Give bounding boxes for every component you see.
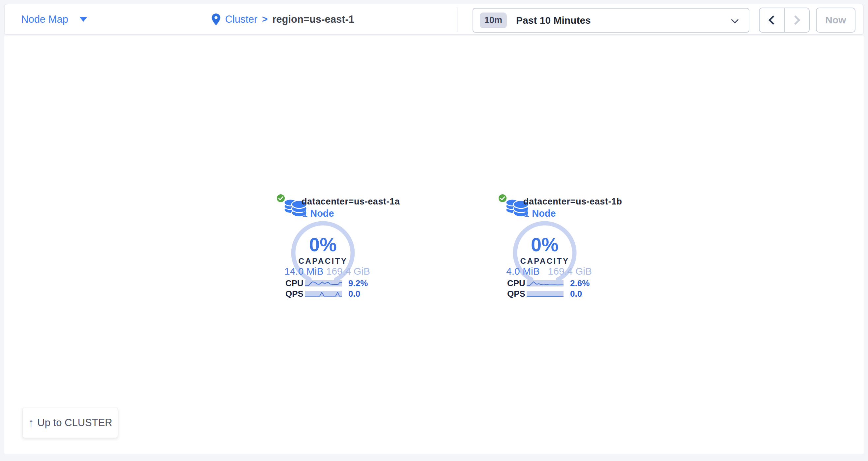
capacity-total: 169.4 GiB [326, 266, 370, 277]
view-selector-label: Node Map [21, 13, 68, 25]
locality-card-us-east-1a[interactable]: datacenter=us-east-1a 1 Node 0% CAPACITY… [276, 194, 390, 305]
cpu-label: CPU [507, 278, 527, 289]
chevron-right-icon [791, 15, 800, 25]
view-selector-dropdown[interactable]: Node Map [21, 4, 87, 34]
capacity-label: CAPACITY [291, 257, 355, 266]
qps-metric-row: QPS 0.0 [285, 290, 360, 297]
chevron-down-icon [731, 16, 739, 24]
qps-sparkline [527, 291, 563, 297]
locality-title: datacenter=us-east-1b [523, 197, 622, 207]
capacity-label: CAPACITY [513, 257, 577, 266]
capacity-percent: 0% [513, 233, 577, 256]
breadcrumb-current: region=us-east-1 [272, 13, 354, 25]
breadcrumb: Cluster > region=us-east-1 [212, 4, 354, 34]
chevron-left-icon [769, 15, 778, 25]
cpu-sparkline [305, 280, 342, 287]
locality-card-us-east-1b[interactable]: datacenter=us-east-1b 1 Node 0% CAPACITY… [498, 194, 612, 305]
qps-sparkline [305, 291, 342, 297]
time-range-label: Past 10 Minutes [516, 15, 591, 26]
breadcrumb-cluster-link[interactable]: Cluster [225, 13, 257, 25]
capacity-used: 4.0 MiB [506, 266, 540, 277]
time-step-forward-button[interactable] [784, 7, 810, 33]
qps-value: 0.0 [570, 289, 582, 299]
cpu-value: 9.2% [348, 278, 368, 289]
caret-down-icon [80, 17, 87, 22]
node-map-canvas: datacenter=us-east-1a 1 Node 0% CAPACITY… [4, 36, 864, 454]
locality-node-count: 1 Node [524, 208, 556, 219]
capacity-total: 169.4 GiB [548, 266, 592, 277]
time-range-dropdown[interactable]: 10m Past 10 Minutes [472, 8, 749, 33]
cpu-sparkline [527, 280, 563, 287]
cpu-metric-row: CPU 9.2% [285, 279, 368, 287]
arrow-up-icon: ↑ [28, 417, 34, 429]
locality-title: datacenter=us-east-1a [302, 197, 400, 207]
capacity-usage-row: 4.0 MiB 169.4 GiB [506, 266, 592, 277]
up-to-cluster-button[interactable]: ↑ Up to CLUSTER [23, 408, 118, 438]
capacity-used: 14.0 MiB [284, 266, 323, 277]
time-step-group [759, 7, 810, 33]
cpu-metric-row: CPU 2.6% [507, 279, 590, 287]
header-divider [457, 7, 457, 32]
qps-metric-row: QPS 0.0 [507, 290, 582, 297]
cpu-value: 2.6% [570, 278, 590, 289]
up-to-cluster-label: Up to CLUSTER [37, 417, 112, 429]
capacity-percent: 0% [291, 233, 355, 256]
cpu-label: CPU [285, 278, 305, 289]
node-map-page: Node Map Cluster > region=us-east-1 10m … [0, 0, 868, 461]
qps-label: QPS [507, 289, 527, 299]
top-bar: Node Map Cluster > region=us-east-1 10m … [4, 4, 864, 35]
locality-node-count: 1 Node [302, 208, 334, 219]
capacity-usage-row: 14.0 MiB 169.4 GiB [284, 266, 370, 277]
location-pin-icon [212, 13, 220, 25]
time-step-back-button[interactable] [759, 7, 785, 33]
qps-value: 0.0 [348, 289, 360, 299]
now-button[interactable]: Now [816, 7, 856, 33]
qps-label: QPS [285, 289, 305, 299]
breadcrumb-separator: > [262, 14, 268, 25]
time-range-badge: 10m [480, 12, 507, 28]
